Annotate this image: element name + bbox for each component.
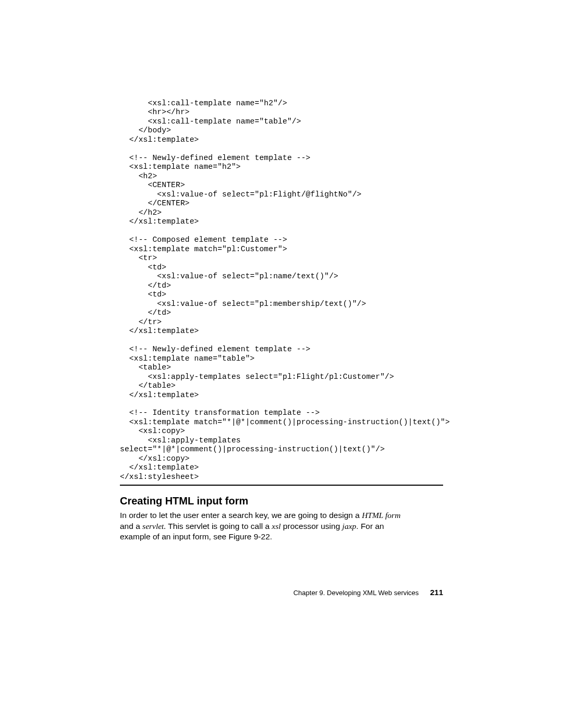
horizontal-rule <box>120 485 443 486</box>
text-run: This servlet is going to call a <box>166 522 272 530</box>
text-run: example of an input form, see Figure 9-2… <box>120 532 272 541</box>
text-run: and a <box>120 522 142 530</box>
page-footer: Chapter 9. Developing XML Web services 2… <box>120 588 443 597</box>
page: { "code": { "lines": [ " <xsl:call-templ… <box>0 0 563 728</box>
content-area: <xsl:call-template name="h2"/> <hr></hr>… <box>120 99 443 542</box>
footer-chapter: Chapter 9. Developing XML Web services <box>293 589 419 597</box>
italic-term-servlet: servlet. <box>142 522 166 530</box>
text-run: . For an <box>356 522 384 530</box>
text-run: processor using <box>281 522 342 530</box>
text-run: In order to let the user enter a search … <box>120 511 362 520</box>
italic-term-xsl: xsl <box>272 522 280 530</box>
body-paragraph: In order to let the user enter a search … <box>120 510 443 542</box>
italic-term-html-form: HTML form <box>362 511 400 520</box>
italic-term-jaxp: jaxp <box>342 522 357 530</box>
section-heading: Creating HTML input form <box>120 495 443 507</box>
footer-page-number: 211 <box>430 588 443 597</box>
code-block: <xsl:call-template name="h2"/> <hr></hr>… <box>120 99 443 482</box>
